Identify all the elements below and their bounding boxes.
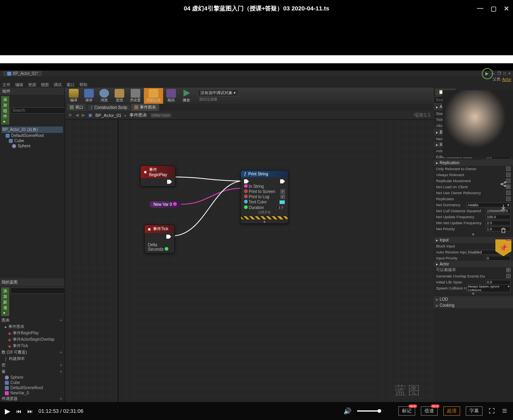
bool-pin[interactable] xyxy=(244,195,248,198)
volume-icon[interactable]: 🔊 xyxy=(343,407,351,415)
share-button[interactable] xyxy=(496,177,511,191)
add-graph-icon[interactable]: ＋ xyxy=(59,318,63,323)
close-icon[interactable]: ✕ xyxy=(504,5,509,12)
macros-category[interactable]: 宏＋ xyxy=(0,362,65,368)
section-actor[interactable]: ▸ Actor xyxy=(434,261,513,267)
variables-category[interactable]: 量＋ xyxy=(0,368,65,375)
nav-fwd-icon[interactable]: ▶ xyxy=(82,113,85,118)
menu-help[interactable]: 帮助 xyxy=(79,82,87,88)
section-lod[interactable]: ▹ LOD xyxy=(434,296,513,302)
collapse-icon[interactable]: ▲ xyxy=(241,219,288,223)
checkbox[interactable]: ✓ xyxy=(506,268,511,272)
compile-button[interactable]: 编译 xyxy=(67,88,81,104)
delete-button[interactable] xyxy=(496,223,511,238)
download-button[interactable] xyxy=(496,200,511,215)
checkbox[interactable]: ✓ xyxy=(281,189,285,194)
var-newvar[interactable]: NewVar_0 xyxy=(0,390,65,396)
exec-in-pin[interactable] xyxy=(244,179,249,183)
event-overlap-item[interactable]: ◆事件ActorBeginOverlap xyxy=(0,336,65,343)
volume-slider[interactable] xyxy=(357,410,379,412)
color-swatch[interactable] xyxy=(279,200,285,204)
tab-eventgraph[interactable]: 事件图表 xyxy=(131,104,159,111)
section-replication[interactable]: ▸ Replication xyxy=(434,160,513,166)
breadcrumb-graph[interactable]: 事件图表 xyxy=(129,112,147,118)
var-cube[interactable]: Cube xyxy=(0,380,65,385)
menu-asset[interactable]: 资源 xyxy=(28,82,36,88)
float-out-pin[interactable] xyxy=(165,247,168,251)
menu-view[interactable]: 视图 xyxy=(41,82,49,88)
component-sphere[interactable]: Sphere xyxy=(2,143,63,149)
inner-maximize-icon[interactable]: □ xyxy=(503,71,506,76)
save-button[interactable]: 保存 xyxy=(82,88,96,104)
component-scene-root[interactable]: DefaultSceneRoot xyxy=(2,133,63,138)
simulate-button[interactable]: 模拟 xyxy=(164,88,178,104)
event-beginplay-item[interactable]: ◆事件BeginPlay xyxy=(0,330,65,336)
minimize-icon[interactable]: — xyxy=(477,5,483,12)
var-out-pin[interactable] xyxy=(173,202,177,206)
string-pin[interactable] xyxy=(244,184,248,188)
fullscreen-button[interactable] xyxy=(488,407,495,415)
var-sphere[interactable]: Sphere xyxy=(0,375,65,380)
var-scene-root[interactable]: DefaultSceneRoot xyxy=(0,385,65,390)
tab-construction[interactable]: ƒConstruction Scrip xyxy=(87,104,130,111)
quality-button[interactable]: 超清 xyxy=(443,406,460,416)
class-defaults-button[interactable]: 类默认值 xyxy=(144,88,163,104)
inner-close-icon[interactable]: × xyxy=(508,71,511,76)
exec-out-pin[interactable] xyxy=(166,235,171,239)
component-root[interactable]: BP_Actor_01 (自身) xyxy=(2,127,63,133)
play-button[interactable]: 播放 xyxy=(179,88,194,104)
browse-button[interactable]: 浏览 xyxy=(97,88,111,104)
node-newvar[interactable]: New Var 0 xyxy=(149,201,181,208)
event-tick-item[interactable]: ◆事件Tick xyxy=(0,343,65,349)
debug-object-dropdown[interactable]: 没有选中调试对象 ▾ xyxy=(198,89,238,96)
find-button[interactable]: 查找 xyxy=(112,88,127,104)
checkbox[interactable] xyxy=(506,167,511,171)
functions-category[interactable]: 数 (18 可覆盖)＋ xyxy=(0,349,65,356)
inner-restore-icon[interactable]: ❐ xyxy=(497,71,501,76)
event-graph-item[interactable]: ▸ 事件图表 xyxy=(0,324,65,330)
node-printstring[interactable]: ƒPrint String In String Print to Screen✓… xyxy=(240,170,289,224)
section-cooking[interactable]: ▹ Cooking xyxy=(434,302,513,308)
construction-script-item[interactable]: ƒ构建脚本 xyxy=(0,356,65,362)
menu-file[interactable]: 文件 xyxy=(2,82,10,88)
node-tick[interactable]: ◆事件Tick Delta Seconds xyxy=(144,225,175,253)
component-cube[interactable]: Cube xyxy=(2,138,63,143)
input-priority-field[interactable] xyxy=(486,256,511,261)
checkbox[interactable]: ✓ xyxy=(281,195,285,199)
prev-button[interactable]: ⏮ xyxy=(16,408,22,414)
checkbox[interactable] xyxy=(506,173,511,177)
class-settings-button[interactable]: 类设置 xyxy=(127,88,143,104)
subtitle-button[interactable]: 字幕 xyxy=(466,406,483,416)
exec-out-pin[interactable] xyxy=(167,180,172,184)
color-pin[interactable] xyxy=(244,200,248,203)
inner-play-icon[interactable]: ▶ xyxy=(485,71,489,76)
blueprint-tab[interactable]: BP_Actor_01* xyxy=(3,71,42,76)
menu-edit[interactable]: 编辑 xyxy=(15,82,23,88)
duration-field[interactable]: 2.0 xyxy=(277,205,285,210)
inner-minimize-icon[interactable]: — xyxy=(491,71,495,76)
myblueprint-search[interactable] xyxy=(10,287,65,294)
playlist-button[interactable] xyxy=(501,407,508,415)
blueprint-graph-canvas[interactable]: ◆事件BeginPlay New Var 0 ◆事件Tick Delta Sec… xyxy=(65,120,434,402)
menu-debug[interactable]: 调试 xyxy=(54,82,62,88)
nav-back-icon[interactable]: ◀ xyxy=(75,113,79,118)
play-pause-button[interactable]: ▶ xyxy=(5,407,10,416)
node-beginplay[interactable]: ◆事件BeginPlay xyxy=(140,165,176,187)
speed-button[interactable]: NEW倍速 xyxy=(421,406,438,416)
next-button[interactable]: ⏭ xyxy=(27,408,33,414)
video-viewport[interactable]: BP_Actor_01* ▶ — ❐ □ × 父类 Actor 文件 编辑 资源 xyxy=(0,17,513,402)
add-function-icon[interactable]: ＋ xyxy=(59,350,63,355)
mark-button[interactable]: NEW标记 xyxy=(398,406,415,416)
menu-window[interactable]: 窗口 xyxy=(67,82,75,88)
add-component-button[interactable]: 添加组件 ▾ xyxy=(1,96,9,125)
components-search[interactable] xyxy=(10,107,65,114)
nav-fav-icon[interactable]: ☆ xyxy=(68,113,72,118)
tab-viewport[interactable]: 视口 xyxy=(67,104,87,111)
checkbox[interactable] xyxy=(506,274,511,278)
parent-class-link[interactable]: Actor xyxy=(502,77,511,82)
breadcrumb-asset[interactable]: BP_Actor_01 xyxy=(95,113,121,118)
float-pin[interactable] xyxy=(244,205,248,209)
graphs-category[interactable]: 图表＋ xyxy=(0,317,65,324)
maximize-icon[interactable]: ▢ xyxy=(491,5,497,12)
myblueprint-add-button[interactable]: 添加新项 ▾ xyxy=(1,287,9,316)
